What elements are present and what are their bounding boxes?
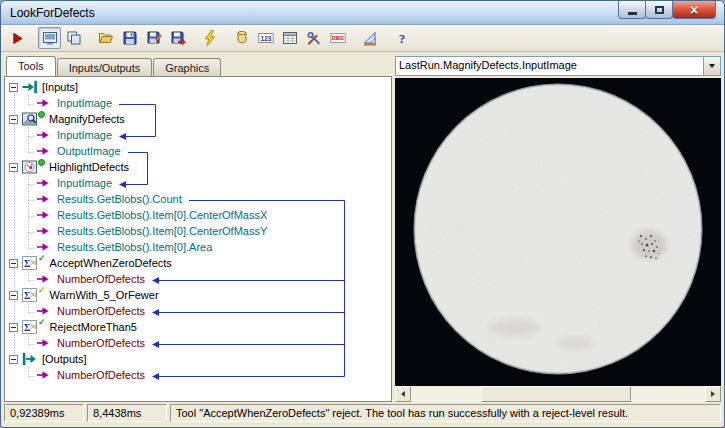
jar-icon: [234, 30, 250, 46]
image-display[interactable]: [395, 78, 721, 386]
titlebar[interactable]: LookForDefects: [1, 1, 724, 25]
tree-node-numberofdefects[interactable]: NumberOfDefects: [5, 335, 391, 351]
tree-node-inputimage[interactable]: InputImage: [5, 175, 391, 191]
screen-icon: [42, 30, 58, 46]
svg-text:123: 123: [260, 35, 271, 42]
tree-node-outputimage[interactable]: OutputImage: [5, 143, 391, 159]
term-icon: [37, 194, 55, 204]
debug-button[interactable]: DBG: [326, 27, 349, 49]
export-button[interactable]: [166, 27, 189, 49]
scroll-right-button[interactable]: [705, 386, 721, 402]
num123-icon: 123: [258, 30, 274, 46]
node-label: RejectMoreThan5: [48, 321, 139, 333]
term-icon: [37, 210, 55, 220]
minimize-button[interactable]: [618, 1, 646, 19]
open-button[interactable]: [94, 27, 117, 49]
tool-tree-panel: ToolsInputs/OutputsGraphics [Inputs]Inpu…: [4, 56, 392, 402]
tab-tools[interactable]: Tools: [6, 56, 56, 76]
spreadsheet-button[interactable]: [278, 27, 301, 49]
minimize-icon: [628, 12, 637, 15]
expander-minus-icon[interactable]: [9, 83, 18, 92]
show-image-toggle[interactable]: [38, 27, 61, 49]
term-icon: [37, 274, 55, 284]
tree-node-results-getblobs-item-0-centerofmassx[interactable]: Results.GetBlobs().Item[0].CenterOfMassX: [5, 207, 391, 223]
tool-tree: [Inputs]InputImageMagnifyDefectsInputIma…: [4, 76, 392, 402]
node-label: NumberOfDefects: [55, 337, 147, 349]
term-icon: [37, 178, 55, 188]
tree-node-inputimage[interactable]: InputImage: [5, 127, 391, 143]
toolbar: 123DBG?: [1, 25, 724, 52]
save-as-button[interactable]: [142, 27, 165, 49]
tools-icon: [306, 30, 322, 46]
term-icon: [37, 242, 55, 252]
save-edit-icon: [146, 30, 162, 46]
expander-minus-icon[interactable]: [9, 163, 18, 172]
scroll-right-icon: [711, 391, 715, 397]
save-icon: [122, 30, 138, 46]
tree-node-highlightdefects[interactable]: HighlightDefects: [5, 159, 391, 175]
defect-disk-image: [395, 78, 721, 386]
inputs-icon: [22, 80, 40, 94]
scroll-left-button[interactable]: [395, 386, 411, 402]
scrollbar-track[interactable]: [411, 386, 705, 402]
tree-node-numberofdefects[interactable]: NumberOfDefects: [5, 271, 391, 287]
image-panel: LastRun.MagnifyDefects.InputImage: [395, 56, 721, 402]
tree-node-results-getblobs-count[interactable]: Results.GetBlobs().Count: [5, 191, 391, 207]
tree-node-results-getblobs-item-0-centerofmassy[interactable]: Results.GetBlobs().Item[0].CenterOfMassY: [5, 223, 391, 239]
image-source-combo[interactable]: LastRun.MagnifyDefects.InputImage: [395, 56, 721, 76]
reset-button[interactable]: [198, 27, 221, 49]
numeric-results-button[interactable]: 123: [254, 27, 277, 49]
tree-node-warnwith-5-orfewer[interactable]: Σ(x)✓WarnWith_5_OrFewer: [5, 287, 391, 303]
expander-minus-icon[interactable]: [9, 355, 18, 364]
combo-dropdown-button[interactable]: [703, 57, 720, 75]
expander-minus-icon[interactable]: [9, 323, 18, 332]
tree-node-inputimage[interactable]: InputImage: [5, 95, 391, 111]
tab-graphics[interactable]: Graphics: [153, 58, 221, 76]
node-label: Results.GetBlobs().Item[0].Area: [55, 241, 214, 253]
measure-button[interactable]: [358, 27, 381, 49]
maximize-button[interactable]: [645, 1, 673, 19]
tool-settings-button[interactable]: [302, 27, 325, 49]
save-button[interactable]: [118, 27, 141, 49]
tree-node-numberofdefects[interactable]: NumberOfDefects: [5, 367, 391, 383]
time-2-value: 8,4438ms: [93, 407, 141, 419]
status-green-dot-icon: [38, 111, 45, 118]
status-green-check-icon: ✓: [38, 318, 46, 327]
node-label: Results.GetBlobs().Item[0].CenterOfMassX: [55, 209, 269, 221]
save-export-icon: [170, 30, 186, 46]
close-icon: [690, 3, 698, 17]
close-button[interactable]: [672, 1, 716, 19]
tree-node-outputs[interactable]: [Outputs]: [5, 351, 391, 367]
tree-node-results-getblobs-item-0-area[interactable]: Results.GetBlobs().Item[0].Area: [5, 239, 391, 255]
tree-node-rejectmorethan5[interactable]: Σ(x)✓RejectMoreThan5: [5, 319, 391, 335]
expander-minus-icon[interactable]: [9, 291, 18, 300]
tree-node-magnifydefects[interactable]: MagnifyDefects: [5, 111, 391, 127]
status-green-dot-icon: [38, 159, 45, 166]
scrollbar-thumb[interactable]: [481, 386, 631, 402]
help-button[interactable]: ?: [390, 27, 413, 49]
results-button[interactable]: [230, 27, 253, 49]
node-label: InputImage: [55, 177, 114, 189]
tree-node-inputs[interactable]: [Inputs]: [5, 79, 391, 95]
tree-node-acceptwhenzerodefects[interactable]: Σ(x)✓AcceptWhenZeroDefects: [5, 255, 391, 271]
tab-strip: ToolsInputs/OutputsGraphics: [4, 56, 392, 76]
dbg-icon: DBG: [330, 30, 346, 46]
tree-rows: [Inputs]InputImageMagnifyDefectsInputIma…: [5, 77, 391, 383]
svg-text:(x): (x): [30, 291, 36, 297]
tab-inputs-outputs[interactable]: Inputs/Outputs: [57, 58, 153, 76]
term-icon: [37, 370, 55, 380]
tree-node-numberofdefects[interactable]: NumberOfDefects: [5, 303, 391, 319]
node-label: NumberOfDefects: [55, 369, 147, 381]
expander-minus-icon[interactable]: [9, 259, 18, 268]
status-time-1: 0,92389ms: [4, 404, 84, 422]
status-message-text: Tool "AcceptWhenZeroDefects" reject. The…: [176, 407, 628, 419]
scroll-left-icon: [401, 391, 405, 397]
status-yellow-check-icon: ✓: [38, 286, 46, 295]
term-icon: [37, 146, 55, 156]
copy-button[interactable]: [62, 27, 85, 49]
svg-text:(x): (x): [30, 323, 36, 329]
expander-minus-icon[interactable]: [9, 115, 18, 124]
run-button[interactable]: [6, 27, 29, 49]
svg-text:DBG: DBG: [331, 35, 343, 41]
horizontal-scrollbar[interactable]: [395, 386, 721, 402]
